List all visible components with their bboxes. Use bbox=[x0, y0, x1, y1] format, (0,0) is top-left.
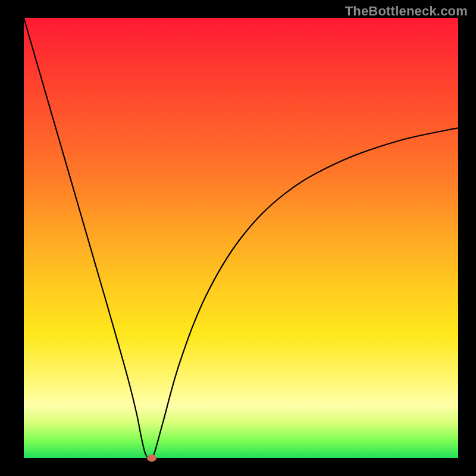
chart-frame: TheBottleneck.com bbox=[0, 0, 476, 476]
bottleneck-curve bbox=[24, 18, 458, 458]
watermark-text: TheBottleneck.com bbox=[345, 4, 468, 19]
curve-path bbox=[24, 18, 458, 458]
plot-area bbox=[24, 18, 458, 458]
minimum-marker bbox=[147, 455, 156, 462]
